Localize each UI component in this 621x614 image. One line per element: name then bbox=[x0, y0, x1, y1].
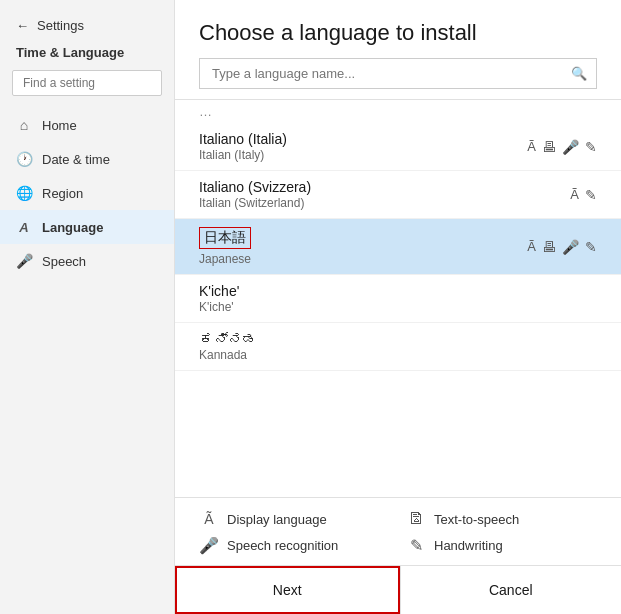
back-button[interactable]: ← Settings bbox=[0, 10, 174, 41]
list-item[interactable]: 日本語 Japanese Ã 🖶 🎤 ✎ bbox=[175, 219, 621, 275]
feature-handwriting: ✎ Handwriting bbox=[406, 536, 597, 555]
pen-icon: ✎ bbox=[585, 187, 597, 203]
list-item[interactable]: K'iche' K'iche' bbox=[175, 275, 621, 323]
feature-speech-label: Speech recognition bbox=[227, 538, 338, 553]
main-panel: Choose a language to install 🔍 … Italian… bbox=[175, 0, 621, 614]
lang-text: Italiano (Svizzera) Italian (Switzerland… bbox=[199, 179, 311, 210]
tts-icon: 🖺 bbox=[406, 510, 426, 528]
lang-capability-icons: Ã 🖶 🎤 ✎ bbox=[527, 139, 597, 155]
lang-text: 日本語 Japanese bbox=[199, 227, 251, 266]
list-item[interactable]: Italiano (Italia) Italian (Italy) Ã 🖶 🎤… bbox=[175, 123, 621, 171]
back-icon: ← bbox=[16, 18, 29, 33]
lang-primary-name: Italiano (Svizzera) bbox=[199, 179, 311, 195]
feature-tts: 🖺 Text-to-speech bbox=[406, 510, 597, 528]
find-setting-input[interactable] bbox=[12, 70, 162, 96]
lang-primary-name: ಕನ್ನಡ bbox=[199, 331, 256, 347]
lang-primary-name: Italiano (Italia) bbox=[199, 131, 287, 147]
monitor-icon: 🖶 bbox=[542, 139, 556, 155]
feature-display-language: Ã Display language bbox=[199, 510, 390, 528]
search-wrapper: 🔍 bbox=[199, 58, 597, 89]
sidebar-item-region-label: Region bbox=[42, 186, 83, 201]
cancel-button[interactable]: Cancel bbox=[401, 566, 622, 614]
lang-secondary-name: Kannada bbox=[199, 348, 256, 362]
lang-capability-icons: Ã ✎ bbox=[570, 187, 597, 203]
sidebar-item-speech-label: Speech bbox=[42, 254, 86, 269]
mic-icon: 🎤 bbox=[562, 239, 579, 255]
pen-icon: ✎ bbox=[585, 139, 597, 155]
sidebar-item-speech[interactable]: 🎤 Speech bbox=[0, 244, 174, 278]
search-icon: 🔍 bbox=[571, 66, 587, 81]
globe-icon: 🌐 bbox=[16, 185, 32, 201]
feature-display-label: Display language bbox=[227, 512, 327, 527]
lang-secondary-name: Japanese bbox=[199, 252, 251, 266]
scroll-truncation-indicator: … bbox=[175, 100, 621, 123]
sidebar-item-language[interactable]: A Language bbox=[0, 210, 174, 244]
speech-icon: 🎤 bbox=[199, 536, 219, 555]
lang-secondary-name: K'iche' bbox=[199, 300, 239, 314]
sidebar-item-region[interactable]: 🌐 Region bbox=[0, 176, 174, 210]
lang-text: K'iche' K'iche' bbox=[199, 283, 239, 314]
sidebar-item-language-label: Language bbox=[42, 220, 103, 235]
app-title: Time & Language bbox=[0, 41, 174, 70]
list-item[interactable]: ಕನ್ನಡ Kannada bbox=[175, 323, 621, 371]
monitor-icon: 🖶 bbox=[542, 239, 556, 255]
language-search-input[interactable] bbox=[199, 58, 597, 89]
language-list: … Italiano (Italia) Italian (Italy) Ã 🖶… bbox=[175, 99, 621, 497]
footer: Next Cancel bbox=[175, 565, 621, 614]
mic-icon: 🎤 bbox=[16, 253, 32, 269]
lang-secondary-name: Italian (Italy) bbox=[199, 148, 287, 162]
pen-icon: ✎ bbox=[585, 239, 597, 255]
home-icon: ⌂ bbox=[16, 117, 32, 133]
language-icon: A bbox=[16, 219, 32, 235]
sidebar-item-home[interactable]: ⌂ Home bbox=[0, 108, 174, 142]
font-icon: Ã bbox=[527, 239, 536, 254]
page-title: Choose a language to install bbox=[175, 0, 621, 58]
font-icon: Ã bbox=[570, 187, 579, 202]
search-area: 🔍 bbox=[175, 58, 621, 99]
sidebar-item-date-time[interactable]: 🕐 Date & time bbox=[0, 142, 174, 176]
feature-handwriting-label: Handwriting bbox=[434, 538, 503, 553]
lang-text: Italiano (Italia) Italian (Italy) bbox=[199, 131, 287, 162]
next-button[interactable]: Next bbox=[175, 566, 400, 614]
sidebar: ← Settings Time & Language ⌂ Home 🕐 Date… bbox=[0, 0, 175, 614]
mic-icon: 🎤 bbox=[562, 139, 579, 155]
lang-text: ಕನ್ನಡ Kannada bbox=[199, 331, 256, 362]
lang-primary-name: 日本語 bbox=[199, 227, 251, 249]
handwriting-icon: ✎ bbox=[406, 536, 426, 555]
selected-lang-name-box: 日本語 bbox=[199, 227, 251, 249]
lang-capability-icons: Ã 🖶 🎤 ✎ bbox=[527, 239, 597, 255]
settings-label: Settings bbox=[37, 18, 84, 33]
sidebar-item-home-label: Home bbox=[42, 118, 77, 133]
lang-primary-name: K'iche' bbox=[199, 283, 239, 299]
list-item[interactable]: Italiano (Svizzera) Italian (Switzerland… bbox=[175, 171, 621, 219]
clock-icon: 🕐 bbox=[16, 151, 32, 167]
feature-tts-label: Text-to-speech bbox=[434, 512, 519, 527]
feature-speech-recognition: 🎤 Speech recognition bbox=[199, 536, 390, 555]
font-icon: Ã bbox=[527, 139, 536, 154]
sidebar-item-date-time-label: Date & time bbox=[42, 152, 110, 167]
feature-panel: Ã Display language 🖺 Text-to-speech 🎤 S… bbox=[175, 497, 621, 565]
lang-secondary-name: Italian (Switzerland) bbox=[199, 196, 311, 210]
display-language-icon: Ã bbox=[199, 511, 219, 527]
